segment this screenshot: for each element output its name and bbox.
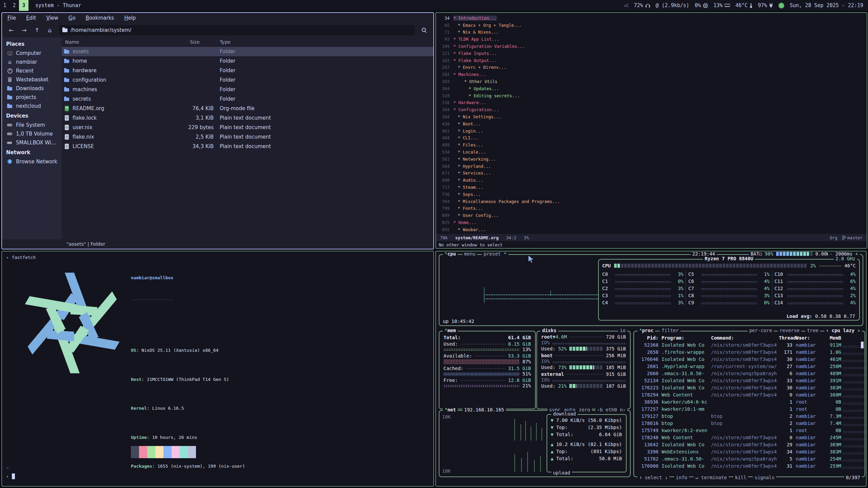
org-heading[interactable]: * Locale... [453,149,486,155]
process-row[interactable]: 176646 Isolated Web Co /nix/store/sm8fmr… [637,355,862,363]
org-outline-line[interactable]: 855 * Waubar... [436,226,867,233]
org-outline-line[interactable]: 109 * Configuration Variables... [436,43,867,50]
battery-indicator[interactable]: 97% [758,2,773,8]
file-row[interactable]: LICENSE 34,3 KiB Plain text document [62,142,433,151]
header-threads[interactable]: Threads: [779,335,792,341]
header-pid[interactable]: Pid: [637,335,658,341]
major-mode[interactable]: Org [830,235,837,240]
sidebar-item[interactable]: File System [2,121,62,129]
io-mode-button[interactable]: io [618,328,627,333]
sidebar-item[interactable]: Browse Network [2,157,62,166]
file-row[interactable]: configuration Folder [62,75,433,85]
idle-inhibitor[interactable]: zZ [624,3,628,8]
process-row[interactable]: 179127 btop btop 2 nambiar 7.3M 0.0 [637,412,862,420]
systemd-ok-icon[interactable]: ✓ [778,3,784,8]
filter-button[interactable]: filter [660,328,680,333]
git-branch-name[interactable]: master [847,235,863,240]
process-row[interactable]: 178248 Web Content /nix/store/sm8fmrf3wp… [637,434,862,441]
header-program[interactable]: Program: [658,335,711,341]
file-row[interactable]: user.nix 229 bytes Plain text document [62,123,433,132]
menu-item[interactable]: Bookmarks [86,15,114,21]
org-heading[interactable]: * Nix & Nixos... [453,29,498,35]
process-row[interactable]: 175749 kworker/6:2-even 1 root 0B 0.0 [637,427,862,434]
kill-key[interactable]: kill [733,475,748,480]
column-size[interactable]: Size [188,39,217,45]
path-bar[interactable]: /home/nambiar/system/ [59,25,415,35]
org-outline-line[interactable]: 584 * Hyprland... [436,163,867,170]
process-row[interactable]: 176223 Isolated Web Co /nix/store/sm8fmr… [637,384,862,391]
org-outline-line[interactable]: 809 * User Config... [436,212,867,219]
org-heading[interactable]: * Services... [453,170,491,176]
network-indicator[interactable]: @ (2.9kb/s) [656,2,689,8]
org-heading[interactable]: * Configuration Variables... [453,44,525,49]
org-heading[interactable]: * Introduction... [453,16,497,21]
org-outline-line[interactable]: 563 * Networking... [436,156,867,163]
column-type[interactable]: Type [217,39,433,45]
org-heading[interactable]: * Machines... [453,72,487,77]
net-mode-button[interactable]: zero [579,407,590,412]
file-row[interactable]: hardware Folder [62,66,433,75]
org-outline-line[interactable]: 671 * Services... [436,170,867,177]
interval-minus[interactable]: - [830,251,832,257]
file-row[interactable]: assets Folder [62,47,433,56]
sidebar-item[interactable]: Recent [2,66,62,75]
file-row[interactable]: secrets Folder [62,94,433,104]
memory-indicator[interactable]: 13% [713,2,730,8]
reverse-button[interactable]: reverse [778,328,801,333]
org-heading[interactable]: * Miscellaneous Packages and Programs... [453,199,560,204]
net-interface-selector[interactable]: ‹b eth0 n› [595,407,627,412]
org-outline-line[interactable]: 764 * Miscellaneous Packages and Program… [436,198,867,205]
info-key[interactable]: info [674,475,689,480]
org-outline-line[interactable]: 310 * Editing secrets... [436,92,867,99]
org-outline-line[interactable]: 304 * Updates... [436,85,867,92]
sort-column-selector[interactable]: ‹ cpu lazy › [824,328,862,333]
menu-item[interactable]: View [46,15,58,21]
org-outline-line[interactable]: 71 * Nix & Nixos... [436,29,867,36]
sidebar-item[interactable]: projects [2,93,62,102]
org-heading[interactable]: * Envrc + Direnv... [453,65,506,70]
sidebar-item[interactable]: nextcloud [2,102,62,110]
org-heading[interactable]: * Home... [453,220,476,225]
org-outline-line[interactable]: 65 * Emacs + Org + Tangle... [436,22,867,29]
workspace-3-active[interactable]: 3 [19,0,28,11]
preset-button[interactable]: preset * [482,251,508,257]
sidebar-item[interactable]: 1,0 TB Volume [2,129,62,138]
menu-button[interactable]: menu [462,251,477,257]
back-button[interactable]: ← [5,25,17,35]
sidebar-item[interactable]: SMALLBOX Wi... [2,138,62,147]
tree-button[interactable]: tree [805,328,820,333]
file-row[interactable]: README.org 76,4 KiB Org-mode file [62,104,433,113]
org-heading[interactable]: * Networking... [453,157,496,162]
org-heading[interactable]: * User Config... [453,213,498,218]
org-heading[interactable]: * Login... [453,128,483,134]
workspace-1[interactable]: 1 [0,0,9,11]
org-heading[interactable]: * Hardware... [453,100,487,105]
org-heading[interactable]: * Other Utils [453,79,497,84]
org-outline-line[interactable]: 428 * Boot... [436,120,867,127]
org-heading[interactable]: * Boot... [453,121,481,126]
org-heading[interactable]: * Flake Output... [453,58,497,63]
org-heading[interactable]: * TLDR App List... [453,37,499,42]
header-user[interactable]: User: [792,335,824,341]
search-button[interactable] [418,25,430,35]
org-heading[interactable]: * Editing secrets... [453,93,520,98]
org-outline-line[interactable]: 499 * Files... [436,141,867,148]
menu-item[interactable]: Edit [26,15,36,21]
select-keys[interactable]: ↑ select ↓ [637,475,669,480]
org-outline-line[interactable]: 34 * Introduction... [436,15,867,22]
org-outline-line[interactable]: 344 * Configuration... [436,106,867,113]
org-heading[interactable]: * Hyprland... [453,164,491,169]
process-row[interactable]: 52368 Isolated Web Co /nix/store/sm8fmrf… [637,341,862,348]
menu-item[interactable]: File [7,15,16,21]
org-heading[interactable]: * Flake Inputs... [453,51,497,56]
menu-item[interactable]: Go [68,15,76,21]
org-heading[interactable]: * Files... [453,142,483,147]
org-heading[interactable]: * Emacs + Org + Tangle... [453,23,521,28]
org-heading[interactable]: * CLI... [453,135,478,140]
process-row[interactable]: 51762 .emacs-31.0.50- /nix/store/wnqz5pa… [637,455,862,462]
shell-prompt[interactable]: › [6,473,15,479]
header-command[interactable]: Command: [711,335,779,341]
sidebar-item[interactable]: Computer [2,49,62,58]
org-outline-line[interactable]: 303 * Other Utils [436,78,867,85]
org-outline-line[interactable]: 461 * Login... [436,127,867,135]
